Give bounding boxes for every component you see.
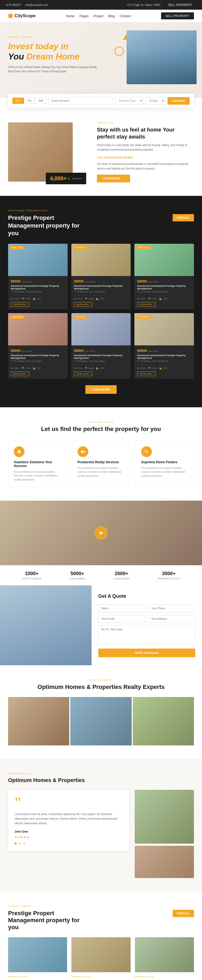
property-features: 🛏 3 Bed 🚿 2 Bath 📐 1200 xyxy=(137,295,191,300)
book-now-button[interactable]: BOOK NOW › xyxy=(74,302,92,307)
hero-circle-decoration xyxy=(114,46,124,56)
budget-select[interactable]: Budget $100k $500k xyxy=(146,97,165,105)
property-info: $9000 /per month Paramount Investments P… xyxy=(8,276,67,309)
property-card: FOR SALE $9000 /per month Paramount Inve… xyxy=(71,313,131,379)
quote-message-textarea[interactable] xyxy=(98,625,195,644)
property-name: Paramount Investments Prestige Property … xyxy=(11,354,65,360)
nav-dot-1[interactable] xyxy=(14,842,17,845)
realty-title: Optimum Homes & Properties Realty Expert… xyxy=(8,684,194,690)
blog-view-all-button[interactable]: VIEW ALL xyxy=(173,910,194,917)
quote-form-row1 xyxy=(98,605,195,612)
tab-sell[interactable]: Sell xyxy=(35,98,46,104)
nav-cta-button[interactable]: SELL PROPERTY xyxy=(161,13,194,19)
load-more-button[interactable]: LOAD MORE xyxy=(85,385,116,394)
nav-links: Home Pages Project Blog Contact xyxy=(66,13,131,18)
property-image: FOR SALE xyxy=(135,244,194,276)
service-desc: Our commitment is crucial to excellent b… xyxy=(14,470,61,482)
nav-logo[interactable]: CityScope xyxy=(8,13,35,18)
realty-header: OUR GALLERY Optimum Homes & Properties R… xyxy=(8,679,194,690)
property-image: FOR RENT xyxy=(71,244,131,276)
property-baths: 🚿 2 Bath xyxy=(147,367,157,369)
property-name: Paramount Investments Prestige Property … xyxy=(11,285,65,290)
play-button[interactable] xyxy=(94,526,108,539)
logo-icon xyxy=(8,13,13,18)
service-icon xyxy=(14,446,24,457)
nav-link-home[interactable]: Home xyxy=(66,14,75,18)
property-beds: 🛏 3 Bed xyxy=(74,298,82,300)
hero-subtitle: Click on Get of Real Estate Helping You … xyxy=(8,65,103,74)
house-icon xyxy=(17,449,22,454)
testimonial-badge: TESTIMONIALS xyxy=(8,772,194,775)
property-area: 📐 1200 xyxy=(96,298,104,300)
property-type-select[interactable]: Property Type House Apartment xyxy=(115,97,143,105)
service-name: Supreme Home Finders xyxy=(141,460,188,464)
property-price: $9000 xyxy=(11,279,21,283)
nav-link-pages[interactable]: Pages xyxy=(79,14,88,18)
property-price: $9000 xyxy=(137,348,147,353)
book-now-button[interactable]: BOOK NOW › xyxy=(11,372,29,376)
book-now-button[interactable]: BOOK NOW › xyxy=(74,372,92,376)
about-highlight: Your Dream Home Awaits xyxy=(97,156,194,159)
properties-view-all-button[interactable]: VIEW ALL xyxy=(173,214,194,221)
topbar-phone[interactable]: +075 982537 xyxy=(5,3,21,6)
about-learn-more-button[interactable]: LEARN MORE xyxy=(97,175,130,182)
realty-image-3 xyxy=(133,697,194,745)
nav-link-blog[interactable]: Blog xyxy=(108,14,115,18)
blog-content: November 23, 2023 Discover Endless Possi… xyxy=(8,972,67,980)
tab-buy[interactable]: Buy xyxy=(13,98,24,104)
logo-text: CityScope xyxy=(14,13,35,18)
quote-phone-input[interactable] xyxy=(148,605,195,612)
property-price-sub: /per month xyxy=(85,350,95,352)
property-image: FOR RENT xyxy=(8,313,67,345)
properties-title: Prestige Propert Management property for… xyxy=(8,214,89,237)
property-info: $9000 /per month Paramount Investments P… xyxy=(71,345,131,379)
navbar: CityScope Home Pages Project Blog Contac… xyxy=(0,10,202,22)
property-area: 📐 1200 xyxy=(33,298,41,300)
book-now-button[interactable]: BOOK NOW › xyxy=(11,302,29,307)
property-price: $9000 xyxy=(74,279,84,283)
quote-mark-icon: " xyxy=(14,796,123,809)
nav-link-project[interactable]: Project xyxy=(93,14,103,18)
service-desc: Our commitment is crucial to excellent b… xyxy=(78,466,125,478)
stat-label: PROPERTY STOCK xyxy=(157,577,180,580)
nav-dot-3[interactable] xyxy=(23,842,25,845)
quote-email-input[interactable] xyxy=(98,615,146,623)
testimonial-text: Lorem ipsum dolor sit amet, consectetur … xyxy=(14,812,123,826)
property-features: 🛏 3 Bed 🚿 2 Bath 📐 1200 xyxy=(74,364,128,369)
service-name: Productive Realty Services xyxy=(78,460,125,464)
quote-submit-button[interactable]: SEND MESSAGE xyxy=(98,649,195,657)
property-card: FOR RENT $9000 /per month Paramount Inve… xyxy=(71,244,131,309)
blog-card: November 23, 2023 Discover Endless Possi… xyxy=(135,937,194,980)
property-price-sub: /per month xyxy=(148,281,159,283)
property-tag: FOR RENT xyxy=(10,315,24,319)
quote-address-input[interactable] xyxy=(148,615,195,623)
topbar-cta[interactable]: SELL PROPERTY xyxy=(164,2,197,8)
stat-item: 1000+ HAPPY CLIENTS xyxy=(22,571,41,580)
hero-line2-highlight: Dream Home xyxy=(26,52,79,61)
blog-date: November 23, 2023 xyxy=(71,975,130,978)
topbar-email[interactable]: info@example.com xyxy=(25,3,48,6)
properties-grid: FOR SALE $9000 /per month Paramount Inve… xyxy=(8,244,194,379)
blog-grid: November 23, 2023 Discover Endless Possi… xyxy=(8,937,194,980)
properties-header: Prestige Propert Management property for… xyxy=(8,214,194,237)
quote-name-input[interactable] xyxy=(98,605,146,612)
blog-section: LATEST NEWS Prestige Propert Management … xyxy=(0,891,202,980)
about-text1: Real Estate is a real estate site deals … xyxy=(97,143,194,152)
search-button[interactable]: SEARCH xyxy=(168,97,189,105)
tab-for[interactable]: For xyxy=(24,98,35,104)
testimonial-title: Optimum Homes & Properties xyxy=(8,777,194,783)
property-name: Paramount Investments Prestige Property … xyxy=(74,354,128,360)
book-now-button[interactable]: BOOK NOW › xyxy=(137,372,156,376)
service-icon xyxy=(78,446,88,457)
property-baths: 🚿 2 Bath xyxy=(147,298,157,300)
search-tabs: Buy For Sell xyxy=(13,98,46,104)
nav-dot-2[interactable] xyxy=(19,842,21,845)
blog-header: Prestige Propert Management property for… xyxy=(8,910,194,931)
property-features: 🛏 3 Bed 🚿 2 Bath 📐 1200 xyxy=(11,295,65,300)
book-now-button[interactable]: BOOK NOW › xyxy=(137,302,156,307)
testimonial-navigation xyxy=(14,842,123,845)
about-badge-content: 4,000+ + xyxy=(50,175,70,181)
nav-link-contact[interactable]: Contact xyxy=(120,14,131,18)
gallery-image xyxy=(0,501,202,565)
search-input[interactable] xyxy=(49,97,113,104)
